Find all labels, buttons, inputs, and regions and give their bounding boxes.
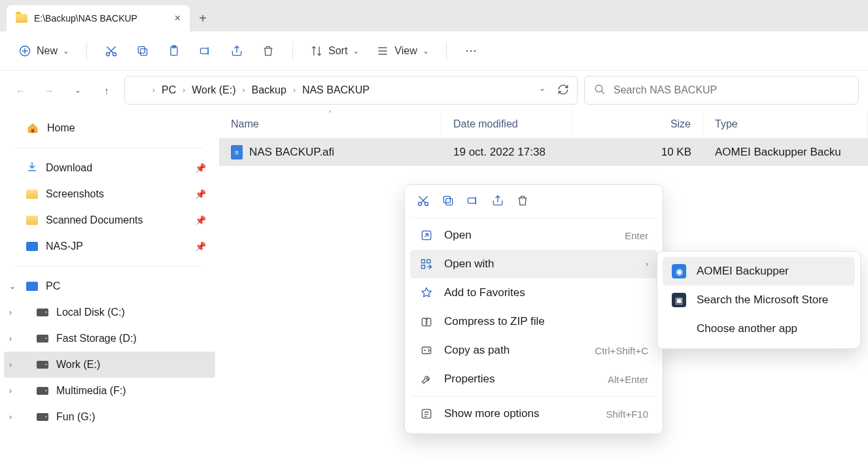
chevron-right-icon[interactable]: › bbox=[9, 308, 12, 317]
ctx-open-with[interactable]: Open with › bbox=[410, 250, 657, 278]
blank-icon bbox=[672, 322, 686, 336]
ctx-compress[interactable]: Compress to ZIP file bbox=[410, 307, 657, 336]
view-icon bbox=[376, 44, 389, 58]
chevron-down-icon[interactable]: ⌄ bbox=[9, 282, 16, 291]
drive-icon bbox=[37, 387, 48, 395]
context-submenu-openwith: ◉ AOMEI Backupper ▣ Search the Microsoft… bbox=[657, 251, 861, 349]
pc-icon bbox=[26, 282, 38, 291]
sidebar-item-scanned[interactable]: Scanned Documents 📌 bbox=[4, 207, 215, 233]
sub-msstore[interactable]: ▣ Search the Microsoft Store bbox=[663, 286, 855, 314]
chevron-right-icon[interactable]: › bbox=[9, 412, 12, 422]
scissors-icon[interactable] bbox=[417, 194, 430, 207]
pin-icon[interactable]: 📌 bbox=[195, 163, 206, 173]
ctx-label: Show more options bbox=[444, 407, 540, 420]
col-name[interactable]: Name ˄ bbox=[219, 110, 442, 138]
col-size[interactable]: Size bbox=[572, 110, 703, 138]
new-label: New bbox=[37, 45, 58, 57]
separator bbox=[446, 42, 447, 60]
zip-icon bbox=[419, 315, 434, 328]
sub-aomei[interactable]: ◉ AOMEI Backupper bbox=[663, 257, 855, 286]
chevron-down-icon[interactable]: ⌄ bbox=[539, 84, 546, 97]
svg-rect-15 bbox=[443, 196, 450, 203]
ctx-open[interactable]: Open Enter bbox=[410, 221, 657, 250]
view-button[interactable]: View ⌄ bbox=[372, 41, 432, 61]
sidebar-item-drive-d[interactable]: › Fast Storage (D:) bbox=[4, 326, 215, 352]
drive-icon bbox=[37, 309, 48, 316]
sidebar-item-pc[interactable]: ⌄ PC bbox=[4, 273, 215, 299]
col-label: Name bbox=[231, 118, 259, 130]
breadcrumb[interactable]: › PC › Work (E:) › Backup › NAS BACKUP ⌄ bbox=[124, 76, 578, 105]
crumb-folder[interactable]: Backup bbox=[252, 84, 286, 96]
scissors-icon bbox=[105, 44, 118, 58]
sidebar-item-drive-g[interactable]: › Fun (G:) bbox=[4, 404, 215, 430]
sidebar-item-label: Screenshots bbox=[46, 188, 104, 200]
ctx-label: Copy as path bbox=[444, 344, 510, 357]
path-icon bbox=[419, 344, 434, 357]
new-tab-button[interactable]: + bbox=[190, 5, 216, 31]
crumb-current[interactable]: NAS BACKUP bbox=[302, 84, 370, 96]
file-row[interactable]: ≡ NAS BACKUP.afi 19 oct. 2022 17:38 10 K… bbox=[219, 139, 868, 166]
chevron-right-icon[interactable]: › bbox=[9, 386, 12, 395]
refresh-button[interactable] bbox=[557, 84, 569, 97]
sub-choose[interactable]: Choose another app bbox=[663, 314, 855, 343]
column-headers: Name ˄ Date modified Size Type bbox=[219, 110, 868, 139]
svg-rect-7 bbox=[201, 48, 209, 53]
close-icon[interactable]: × bbox=[175, 12, 181, 24]
sidebar-item-label: NAS-JP bbox=[46, 241, 83, 252]
paste-button[interactable] bbox=[163, 41, 185, 61]
file-name: NAS BACKUP.afi bbox=[249, 146, 334, 159]
col-date[interactable]: Date modified bbox=[442, 110, 572, 138]
sidebar-item-home[interactable]: Home bbox=[4, 115, 215, 141]
new-button[interactable]: New ⌄ bbox=[14, 41, 73, 61]
delete-button[interactable] bbox=[257, 41, 279, 61]
folder-icon bbox=[133, 85, 146, 95]
chevron-right-icon[interactable]: › bbox=[9, 360, 12, 369]
chevron-right-icon: › bbox=[152, 86, 155, 95]
copy-icon[interactable] bbox=[442, 194, 455, 207]
sidebar-item-nasjp[interactable]: NAS-JP 📌 bbox=[4, 233, 215, 259]
ctx-more-options[interactable]: Show more options Shift+F10 bbox=[410, 399, 657, 428]
sidebar-item-drive-e[interactable]: › Work (E:) bbox=[4, 352, 215, 378]
more-button[interactable] bbox=[460, 41, 482, 61]
sidebar-item-label: PC bbox=[46, 280, 60, 292]
sidebar-item-download[interactable]: Download 📌 bbox=[4, 155, 215, 181]
search-input[interactable] bbox=[614, 84, 849, 96]
col-type[interactable]: Type bbox=[703, 110, 868, 138]
ctx-copy-path[interactable]: Copy as path Ctrl+Shift+C bbox=[410, 336, 657, 365]
ellipsis-icon bbox=[464, 44, 477, 58]
share-button[interactable] bbox=[226, 41, 248, 61]
svg-point-10 bbox=[474, 50, 476, 52]
drive-icon bbox=[37, 413, 48, 421]
search-icon bbox=[594, 84, 606, 97]
rename-icon[interactable] bbox=[466, 194, 479, 207]
pin-icon[interactable]: 📌 bbox=[195, 215, 206, 226]
crumb-pc[interactable]: PC bbox=[162, 84, 176, 96]
tab-current[interactable]: E:\Backup\NAS BACKUP × bbox=[7, 5, 190, 31]
forward-button[interactable]: → bbox=[38, 79, 60, 101]
recent-button[interactable]: ⌄ bbox=[67, 79, 89, 101]
sort-button[interactable]: Sort ⌄ bbox=[306, 41, 363, 61]
sidebar-item-drive-c[interactable]: › Local Disk (C:) bbox=[4, 299, 215, 326]
chevron-right-icon[interactable]: › bbox=[9, 334, 12, 343]
context-menu: Open Enter Open with › Add to Favorites … bbox=[404, 184, 663, 434]
crumb-drive[interactable]: Work (E:) bbox=[192, 84, 235, 96]
share-icon[interactable] bbox=[491, 194, 504, 207]
sidebar-item-label: Fun (G:) bbox=[56, 411, 95, 423]
ctx-properties[interactable]: Properties Alt+Enter bbox=[410, 365, 657, 393]
pin-icon[interactable]: 📌 bbox=[195, 241, 206, 252]
ctx-shortcut: Alt+Enter bbox=[608, 374, 648, 385]
copy-button[interactable] bbox=[131, 41, 154, 61]
msstore-icon: ▣ bbox=[672, 293, 686, 307]
trash-icon[interactable] bbox=[516, 194, 529, 207]
back-button[interactable]: ← bbox=[9, 79, 31, 101]
rename-button[interactable] bbox=[194, 41, 217, 61]
tab-bar: E:\Backup\NAS BACKUP × + bbox=[0, 0, 868, 31]
sidebar-item-screenshots[interactable]: Screenshots 📌 bbox=[4, 181, 215, 207]
sidebar-item-drive-f[interactable]: › Multimedia (F:) bbox=[4, 378, 215, 404]
ctx-favorites[interactable]: Add to Favorites bbox=[410, 278, 657, 307]
search-box[interactable] bbox=[584, 76, 859, 105]
cut-button[interactable] bbox=[100, 41, 122, 61]
separator bbox=[16, 266, 203, 267]
up-button[interactable]: ↑ bbox=[95, 79, 118, 101]
pin-icon[interactable]: 📌 bbox=[195, 189, 206, 199]
